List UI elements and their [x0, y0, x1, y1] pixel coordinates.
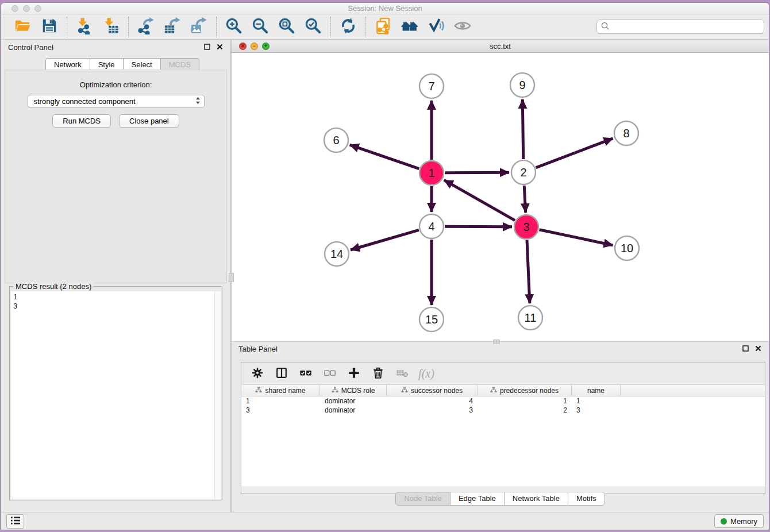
hide-graphics-details-button[interactable] — [425, 16, 448, 38]
table-panel-title: Table Panel — [238, 345, 278, 353]
column-header-MCDS-role[interactable]: MCDS role — [320, 385, 387, 396]
node-2[interactable]: 2 — [511, 160, 536, 184]
delete-column-button[interactable] — [370, 365, 386, 382]
node-1[interactable]: 1 — [419, 161, 444, 185]
edge-2-9[interactable] — [522, 99, 523, 159]
vertical-splitter-handle[interactable] — [229, 273, 234, 282]
clone-network-button[interactable] — [372, 16, 395, 38]
zoom-fit-button[interactable] — [275, 16, 298, 38]
table-row[interactable]: 3dominator323 — [241, 406, 765, 415]
zoom-out-button[interactable] — [249, 16, 272, 38]
show-graphics-details-button — [451, 16, 474, 38]
node-6[interactable]: 6 — [324, 128, 348, 152]
run-mcds-button[interactable]: Run MCDS — [52, 114, 111, 128]
export-network-button[interactable] — [134, 16, 157, 38]
task-history-button[interactable] — [6, 514, 24, 529]
save-session-button[interactable] — [38, 16, 61, 38]
open-session-button[interactable] — [11, 16, 34, 38]
node-7[interactable]: 7 — [419, 74, 444, 98]
column-header-name[interactable]: name — [572, 385, 621, 396]
edge-4-14[interactable] — [351, 230, 419, 250]
network-canvas[interactable]: 7968124314101511 — [232, 53, 769, 341]
node-10[interactable]: 10 — [615, 236, 639, 260]
delete-table-icon — [396, 367, 409, 381]
mcds-result-list[interactable]: 13 — [11, 291, 221, 499]
add-column-button[interactable] — [346, 365, 362, 382]
clone-network-icon — [375, 17, 392, 36]
function-builder-icon: f(x) — [418, 367, 434, 380]
tab-motifs[interactable]: Motifs — [568, 492, 605, 506]
column-header-label: MCDS role — [341, 387, 375, 395]
horizontal-splitter-handle[interactable] — [493, 340, 500, 344]
node-label: 8 — [623, 127, 629, 140]
import-network-button[interactable] — [73, 16, 96, 38]
column-type-icon — [332, 387, 338, 395]
edge-3-11[interactable] — [527, 240, 530, 303]
node-8[interactable]: 8 — [614, 121, 638, 145]
node-15[interactable]: 15 — [419, 307, 444, 331]
mcds-result-group: MCDS result (2 nodes) 13 — [9, 286, 222, 500]
node-3[interactable]: 3 — [514, 215, 538, 239]
node-4[interactable]: 4 — [419, 214, 444, 238]
close-panel-icon[interactable] — [216, 43, 224, 51]
zoom-selected-button[interactable] — [302, 16, 325, 38]
column-header-successor-nodes[interactable]: successor nodes — [387, 385, 478, 396]
zoom-out-icon — [252, 17, 269, 36]
tab-node-table[interactable]: Node Table — [395, 492, 451, 506]
close-table-panel-icon[interactable] — [754, 345, 762, 352]
search-input[interactable] — [612, 22, 760, 31]
export-network-icon — [137, 17, 155, 36]
select-all-columns-icon — [299, 367, 312, 381]
deselect-all-columns-button[interactable] — [322, 365, 338, 382]
node-11[interactable]: 11 — [518, 306, 542, 330]
column-header-shared-name[interactable]: shared name — [241, 385, 320, 396]
node-label: 3 — [523, 221, 529, 233]
zoom-selected-icon — [305, 17, 322, 36]
column-layout-button[interactable] — [274, 365, 290, 382]
column-header-label: successor nodes — [411, 387, 463, 395]
edge-1-2[interactable] — [445, 172, 509, 173]
cell-predecessor-nodes: 1 — [478, 397, 572, 405]
export-table-button[interactable] — [161, 16, 184, 38]
table-row[interactable]: 1dominator411 — [241, 396, 765, 406]
float-table-panel-icon[interactable] — [742, 345, 749, 352]
mcds-result-title: MCDS result (2 nodes) — [13, 282, 94, 291]
node-9[interactable]: 9 — [510, 73, 534, 97]
table-settings-button[interactable] — [249, 365, 265, 382]
edge-4-3[interactable] — [445, 226, 512, 227]
edge-2-3[interactable] — [524, 186, 525, 213]
cell-shared-name: 1 — [241, 397, 320, 405]
refresh-button[interactable] — [337, 16, 360, 38]
import-table-button[interactable] — [99, 16, 122, 38]
zoom-in-button[interactable] — [222, 16, 245, 38]
import-network-icon — [76, 17, 93, 36]
tab-edge-table[interactable]: Edge Table — [450, 492, 505, 506]
close-panel-button[interactable]: Close panel — [119, 114, 179, 128]
table-header-row: shared nameMCDS rolesuccessor nodesprede… — [241, 385, 765, 396]
optimization-select[interactable]: strongly connected component — [28, 95, 205, 108]
select-all-columns-button[interactable] — [298, 365, 314, 382]
cell-MCDS-role: dominator — [320, 406, 387, 414]
column-header-predecessor-nodes[interactable]: predecessor nodes — [478, 385, 572, 396]
open-session-icon — [14, 17, 32, 36]
preferred-layout-button[interactable] — [398, 16, 421, 38]
memory-label: Memory — [730, 517, 757, 526]
network-window-titlebar: ✕ − + scc.txt — [232, 40, 769, 53]
float-panel-icon[interactable] — [203, 43, 211, 51]
node-14[interactable]: 14 — [325, 242, 349, 266]
edge-1-6[interactable] — [350, 145, 419, 168]
search-box — [596, 20, 764, 34]
tab-network-table[interactable]: Network Table — [504, 492, 568, 506]
select-chevrons-icon — [194, 96, 202, 107]
column-type-icon — [401, 387, 408, 395]
edge-3-10[interactable] — [540, 230, 613, 245]
add-column-icon — [348, 367, 360, 381]
cell-MCDS-role: dominator — [320, 397, 387, 405]
memory-button[interactable]: Memory — [714, 514, 764, 528]
edge-3-1[interactable] — [444, 180, 515, 220]
edge-2-8[interactable] — [536, 138, 613, 168]
window-titlebar: Session: New Session — [1, 3, 769, 14]
column-header-label: name — [587, 387, 605, 395]
export-image-button[interactable] — [187, 16, 210, 38]
result-scrollbar[interactable] — [214, 291, 221, 499]
